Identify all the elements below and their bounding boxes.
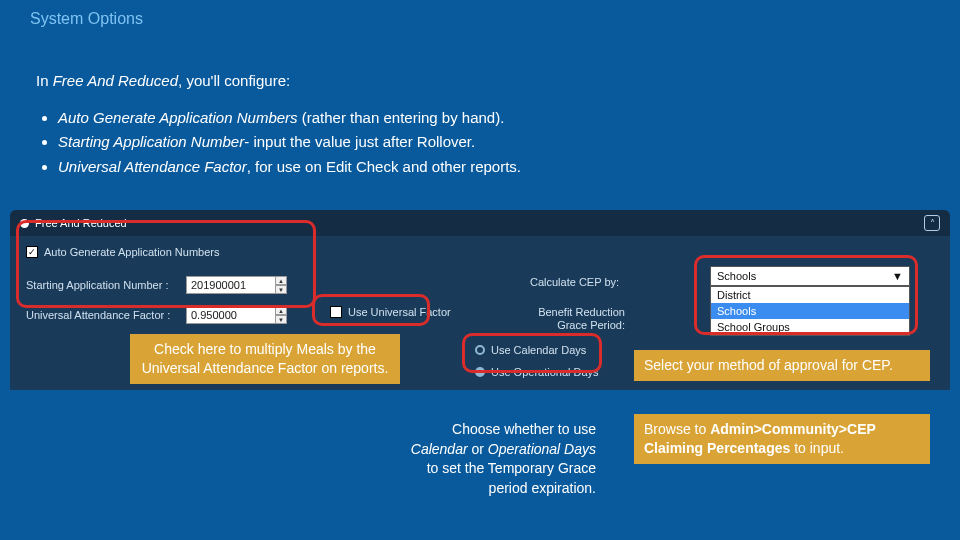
cep-option[interactable]: District [711,287,909,303]
starting-number-label: Starting Application Number : [26,279,186,291]
callout-cep-browse: Browse to Admin>Community>CEP Claiming P… [634,414,930,464]
intro-lead: In Free And Reduced, you'll configure: [36,70,736,93]
radio-operational-row[interactable]: Use Operational Days [475,366,599,378]
intro-bullet: Starting Application Number- input the v… [58,131,736,154]
note-days-mid: or [468,441,488,457]
cep-browse-prefix: Browse to [644,421,710,437]
callout-cep-select: Select your method of approval for CEP. [634,350,930,381]
cep-dropdown[interactable]: Schools ▼ [710,266,910,286]
radio-calendar[interactable] [475,345,485,355]
intro-lead-suffix: , you'll configure: [178,72,290,89]
intro-bullet: Universal Attendance Factor, for use on … [58,156,736,179]
intro-lead-emph: Free And Reduced [53,72,178,89]
intro-bullet: Auto Generate Application Numbers (rathe… [58,107,736,130]
benefit-label-l2: Grace Period: [557,319,625,331]
cep-dropdown-area: Schools ▼ District Schools School Groups [710,266,910,336]
calculate-cep-label-row: Calculate CEP by: [530,276,619,288]
auto-generate-label: Auto Generate Application Numbers [44,246,220,258]
panel-bullet-icon [20,219,29,228]
cep-dropdown-list[interactable]: District Schools School Groups [710,286,910,336]
bullet-emph: Universal Attendance Factor [58,158,247,175]
uaf-stepper[interactable]: ▲▼ [275,306,287,324]
note-days-l1: Choose whether to use [452,421,596,437]
note-days-l3: to set the Temporary Grace [427,460,596,476]
note-days-em1: Calendar [411,441,468,457]
cep-browse-suffix: to input. [790,440,844,456]
panel-header: Free And Reduced ˄ [10,210,950,236]
note-days: Choose whether to use Calendar or Operat… [396,420,596,498]
intro-bullets: Auto Generate Application Numbers (rathe… [36,107,736,179]
uaf-input[interactable]: 0.950000 [186,306,276,324]
bullet-rest: - input the value just after Rollover. [244,133,475,150]
radio-calendar-row[interactable]: Use Calendar Days [475,344,586,356]
calculate-cep-label: Calculate CEP by: [530,276,619,288]
radio-calendar-label: Use Calendar Days [491,344,586,356]
use-universal-checkbox[interactable] [330,306,342,318]
note-days-em2: Operational Days [488,441,596,457]
uaf-label: Universal Attendance Factor : [26,309,186,321]
bullet-emph: Starting Application Number [58,133,244,150]
cep-dropdown-value: Schools [717,270,756,282]
starting-number-input[interactable]: 201900001 [186,276,276,294]
auto-generate-row: Auto Generate Application Numbers [26,246,220,258]
starting-number-row: Starting Application Number : 201900001 … [26,276,287,294]
benefit-label: Benefit Reduction Grace Period: [505,306,625,332]
bullet-rest: (rather than entering by hand). [298,109,505,126]
use-universal-label: Use Universal Factor [348,306,451,318]
page-title: System Options [30,10,143,28]
chevron-down-icon: ▼ [892,270,903,282]
bullet-emph: Auto Generate Application Numbers [58,109,298,126]
note-days-l4: period expiration. [489,480,596,496]
panel-title: Free And Reduced [35,217,127,229]
starting-number-stepper[interactable]: ▲▼ [275,276,287,294]
collapse-icon[interactable]: ˄ [924,215,940,231]
intro-block: In Free And Reduced, you'll configure: A… [36,70,736,180]
cep-option[interactable]: School Groups [711,319,909,335]
auto-generate-checkbox[interactable] [26,246,38,258]
benefit-label-l1: Benefit Reduction [538,306,625,318]
radio-operational-label: Use Operational Days [491,366,599,378]
bullet-rest: , for use on Edit Check and other report… [247,158,521,175]
callout-universal-factor: Check here to multiply Meals by the Univ… [130,334,400,384]
cep-option[interactable]: Schools [711,303,909,319]
intro-lead-prefix: In [36,72,53,89]
use-universal-row: Use Universal Factor [330,306,451,318]
radio-operational[interactable] [475,367,485,377]
uaf-row: Universal Attendance Factor : 0.950000 ▲… [26,306,287,324]
